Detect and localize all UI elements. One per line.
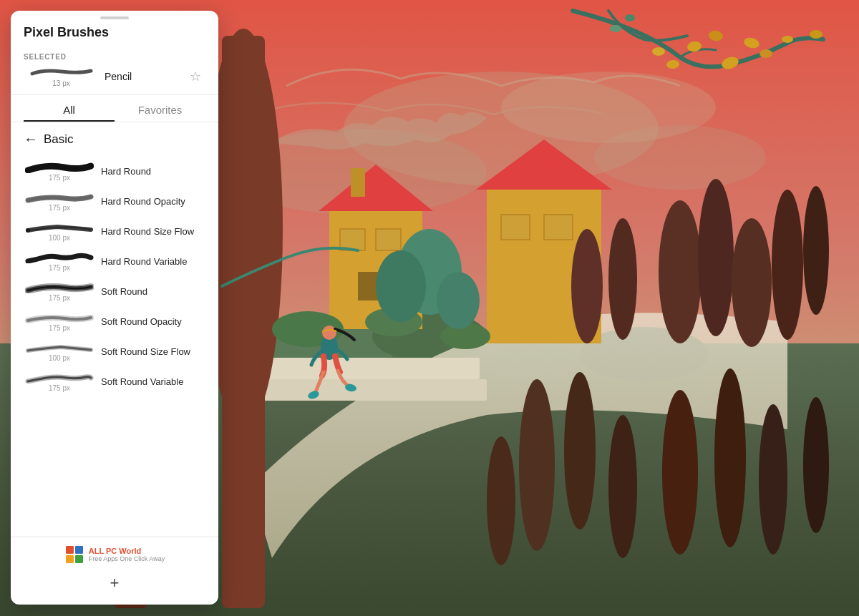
svg-rect-63 <box>75 546 83 554</box>
handle-bar <box>100 16 129 19</box>
brush-size-hard-round-size-flow: 100 px <box>49 234 70 242</box>
brush-name-soft-round-size-flow: Soft Round Size Flow <box>101 346 205 357</box>
stroke-soft-round-size-flow <box>25 341 94 353</box>
brush-preview-col: 175 px <box>24 250 95 272</box>
svg-point-31 <box>608 415 637 558</box>
panel-drag-handle[interactable] <box>11 11 218 22</box>
svg-point-55 <box>810 30 822 39</box>
svg-point-56 <box>610 25 621 32</box>
stroke-hard-round-size-flow <box>25 220 94 233</box>
panel-title: Pixel Brushes <box>24 25 205 40</box>
brush-item-hard-round-variable[interactable]: 175 px Hard Round Variable <box>11 246 218 276</box>
svg-rect-64 <box>66 555 74 563</box>
brush-name-hard-round-opacity: Hard Round Opacity <box>101 196 205 207</box>
brush-name-hard-round-size-flow: Hard Round Size Flow <box>101 226 205 237</box>
selected-brush-preview: 13 px <box>24 65 99 87</box>
brush-name-soft-round: Soft Round <box>101 286 205 297</box>
svg-point-24 <box>732 218 772 347</box>
svg-rect-11 <box>243 379 487 401</box>
svg-rect-62 <box>66 546 74 554</box>
brush-preview-col: 100 px <box>24 220 95 242</box>
brush-size-hard-round-opacity: 175 px <box>49 204 70 212</box>
brush-item-soft-round-variable[interactable]: 175 px Soft Round Variable <box>11 366 218 396</box>
favorite-star-button[interactable]: ☆ <box>185 67 205 87</box>
brush-preview-col: 175 px <box>24 371 95 392</box>
selected-brush-row: 13 px Pencil ☆ <box>24 65 205 87</box>
panel-header: Pixel Brushes <box>11 22 218 47</box>
svg-point-54 <box>782 36 793 43</box>
brush-size-hard-round-variable: 175 px <box>49 264 70 272</box>
tabs-row: All Favorites <box>11 95 218 122</box>
svg-rect-10 <box>251 358 480 379</box>
brush-preview-col: 175 px <box>24 190 95 212</box>
svg-point-46 <box>437 272 480 329</box>
stroke-soft-round-variable <box>25 371 94 383</box>
brush-size-soft-round-size-flow: 100 px <box>49 354 70 362</box>
brush-name-soft-round-variable: Soft Round Variable <box>101 376 205 387</box>
brush-name-hard-round-variable: Hard Round Variable <box>101 256 205 267</box>
svg-rect-21 <box>544 215 573 240</box>
brush-name-soft-round-opacity: Soft Round Opacity <box>101 316 205 327</box>
brush-item-hard-round-opacity[interactable]: 175 px Hard Round Opacity <box>11 186 218 216</box>
svg-rect-14 <box>351 168 365 197</box>
svg-point-25 <box>772 190 803 340</box>
svg-point-33 <box>662 390 698 554</box>
brush-preview-col: 175 px <box>24 160 95 182</box>
svg-point-59 <box>322 326 336 340</box>
brush-list: 175 px Hard Round 175 px Hard Round Opac… <box>11 153 218 537</box>
stroke-hard-round <box>25 160 94 173</box>
watermark-text: ALL PC World Free Apps One Click Away <box>89 547 165 562</box>
svg-point-53 <box>759 49 772 58</box>
brush-size-soft-round-variable: 175 px <box>49 384 70 392</box>
svg-point-36 <box>803 397 829 533</box>
back-button[interactable]: ← <box>24 131 38 147</box>
brush-size-soft-round-opacity: 175 px <box>49 324 70 332</box>
watermark-title: ALL PC World <box>89 547 165 555</box>
category-title: Basic <box>44 132 74 147</box>
brush-preview-col: 100 px <box>24 341 95 362</box>
svg-point-4 <box>594 125 766 190</box>
brush-item-soft-round-size-flow[interactable]: 100 px Soft Round Size Flow <box>11 336 218 366</box>
svg-point-57 <box>625 14 635 21</box>
svg-point-32 <box>487 436 515 565</box>
brush-item-soft-round-opacity[interactable]: 175 px Soft Round Opacity <box>11 306 218 336</box>
brush-preview-col: 175 px <box>24 311 95 332</box>
brush-size-soft-round: 175 px <box>49 294 70 302</box>
stroke-hard-round-opacity <box>25 190 94 203</box>
add-brush-button[interactable]: + <box>103 572 126 595</box>
brush-item-soft-round[interactable]: 175 px Soft Round <box>11 276 218 306</box>
stroke-hard-round-variable <box>25 250 94 263</box>
svg-point-22 <box>659 200 702 343</box>
brush-item-hard-round[interactable]: 175 px Hard Round <box>11 156 218 186</box>
svg-rect-65 <box>75 555 83 563</box>
brush-item-hard-round-size-flow[interactable]: 100 px Hard Round Size Flow <box>11 216 218 246</box>
selected-brush-size: 13 px <box>52 79 69 87</box>
svg-point-28 <box>608 218 637 340</box>
svg-point-27 <box>571 229 603 343</box>
panel-footer: ALL PC World Free Apps One Click Away + <box>11 537 218 605</box>
brush-preview-col: 175 px <box>24 280 95 302</box>
watermark: ALL PC World Free Apps One Click Away <box>64 544 165 564</box>
stroke-soft-round-opacity <box>25 311 94 323</box>
selected-stroke-svg <box>29 65 94 78</box>
brush-size-hard-round: 175 px <box>49 174 70 182</box>
stroke-soft-round <box>25 280 94 293</box>
tab-all[interactable]: All <box>24 95 115 122</box>
category-nav: ← Basic <box>11 122 218 153</box>
selected-brush-name: Pencil <box>105 71 180 82</box>
watermark-icon <box>64 544 84 564</box>
svg-point-29 <box>519 379 555 551</box>
svg-point-52 <box>652 47 665 56</box>
svg-point-34 <box>714 368 746 547</box>
svg-point-30 <box>564 372 596 529</box>
svg-point-35 <box>759 404 787 554</box>
watermark-subtitle: Free Apps One Click Away <box>89 555 165 562</box>
pixel-brushes-panel: Pixel Brushes SELECTED 13 px Pencil ☆ Al… <box>11 11 218 605</box>
svg-rect-20 <box>501 215 530 240</box>
svg-point-26 <box>803 186 829 315</box>
brush-name-hard-round: Hard Round <box>101 166 205 177</box>
selected-label: SELECTED <box>24 53 205 61</box>
svg-point-23 <box>698 179 734 336</box>
svg-rect-16 <box>376 229 401 250</box>
tab-favorites[interactable]: Favorites <box>115 95 205 122</box>
